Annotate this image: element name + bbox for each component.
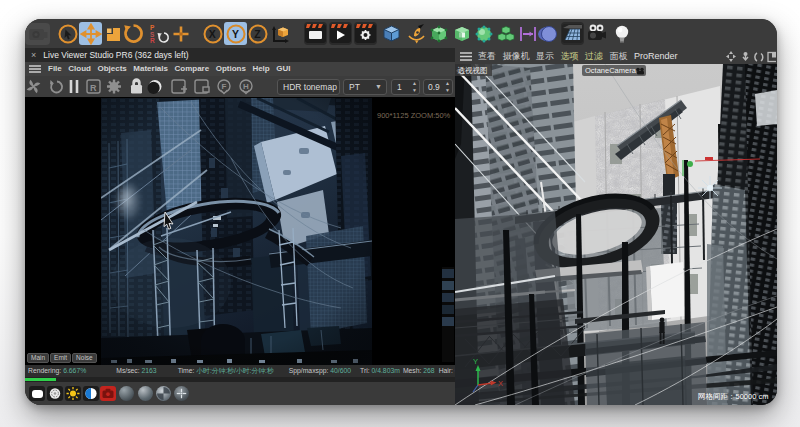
svg-text:R: R <box>150 37 155 44</box>
svg-text:X: X <box>498 379 503 388</box>
svg-text:网格间距：50000 cm: 网格间距：50000 cm <box>698 392 768 401</box>
svg-text:F: F <box>222 82 227 91</box>
svg-text:OctaneCamera: OctaneCamera <box>585 66 637 75</box>
svg-text:透视视图: 透视视图 <box>458 66 488 75</box>
svg-text:R: R <box>90 83 97 93</box>
svg-text:Y: Y <box>473 357 478 366</box>
svg-text:Z: Z <box>254 28 261 40</box>
svg-text:Y: Y <box>231 28 238 40</box>
svg-text:H: H <box>243 82 249 91</box>
svg-text:X: X <box>208 28 215 40</box>
